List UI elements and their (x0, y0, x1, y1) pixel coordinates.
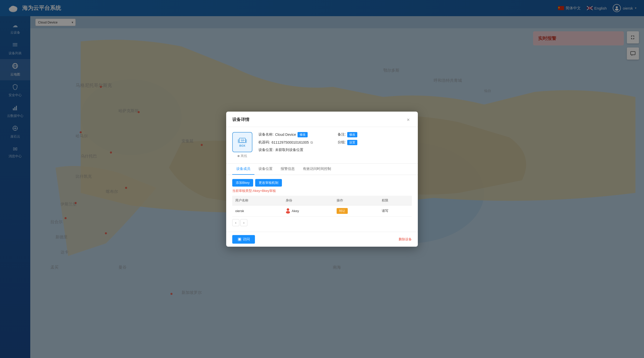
members-table-body: oiersk Akey (232, 205, 412, 216)
add-bkey-btn[interactable]: 添加Bkey (232, 179, 253, 187)
device-location-label: 设备位置: (258, 148, 274, 152)
table-row: oiersk Akey (232, 205, 412, 216)
col-username: 用户名称 (232, 196, 283, 206)
device-location-value: 未获取到设备位置 (275, 148, 303, 152)
tab-location[interactable]: 设备位置 (254, 164, 277, 175)
tab-members[interactable]: 设备成员 (232, 164, 254, 175)
modal-footer: 访问 删除设备 (226, 232, 418, 247)
identity-cell: Akey (286, 208, 331, 214)
username-value: oiersk (235, 209, 244, 213)
device-detail-modal: 设备详情 × BOX BOX (226, 112, 418, 247)
cell-permission: 读写 (379, 205, 412, 216)
machine-code-value: 6111297500010161005 (272, 140, 309, 144)
device-fields: 设备名称: Cloud Device 修改 备注: 修改 机器码: 611129… (258, 132, 412, 152)
cell-username: oiersk (232, 205, 283, 216)
prev-page-btn[interactable]: ‹ (232, 219, 239, 226)
device-box-label: BOX (239, 144, 245, 147)
device-group-label: 分组: (338, 140, 346, 145)
cell-identity: Akey (283, 205, 334, 216)
col-permission: 权限 (379, 196, 412, 206)
person-icon (286, 208, 290, 214)
device-name-row: 设备名称: Cloud Device 修改 (258, 132, 333, 137)
cell-action: 转让 (334, 205, 379, 216)
table-header-row: 用户名称 身份 操作 权限 (232, 196, 412, 206)
device-icon-area: BOX BOX 离线 (232, 132, 252, 158)
identity-value: Akey (292, 209, 299, 213)
col-action: 操作 (334, 196, 379, 206)
delete-device-btn[interactable]: 删除设备 (399, 237, 412, 242)
permission-value: 读写 (382, 209, 388, 213)
tab-access-time-label: 有效访问时间控制 (303, 167, 331, 171)
tab-members-label: 设备成员 (236, 167, 250, 171)
prev-icon: ‹ (235, 221, 237, 225)
copy-icon[interactable]: ⧉ (310, 140, 313, 145)
members-table-head: 用户名称 身份 操作 权限 (232, 196, 412, 206)
device-name-edit-btn[interactable]: 修改 (298, 132, 308, 137)
machine-code-row: 机器码: 6111297500010161005 ⧉ (258, 140, 333, 145)
tab-location-label: 设备位置 (258, 167, 273, 171)
pagination: ‹ › (232, 217, 412, 229)
next-page-btn[interactable]: › (240, 219, 247, 226)
status-dot-icon (238, 155, 240, 157)
modal-header: 设备详情 × (226, 112, 418, 127)
next-icon: › (243, 221, 245, 225)
access-btn[interactable]: 访问 (232, 235, 255, 244)
col-identity: 身份 (283, 196, 334, 206)
access-btn-label: 访问 (243, 237, 250, 242)
tab-alerts-label: 报警信息 (281, 167, 295, 171)
tab-access-time[interactable]: 有效访问时间控制 (299, 164, 335, 175)
members-table-scroll: 用户名称 身份 操作 权限 oiersk (232, 196, 412, 217)
modal-title: 设备详情 (232, 117, 249, 122)
device-note-edit-btn[interactable]: 修改 (347, 132, 357, 137)
svg-rect-73 (239, 238, 241, 240)
svg-point-70 (287, 208, 289, 211)
members-table: 用户名称 身份 操作 权限 oiersk (232, 196, 412, 217)
device-location-row: 设备位置: 未获取到设备位置 (258, 148, 333, 152)
device-status-label: 离线 (241, 154, 247, 158)
modal-overlay: 设备详情 × BOX BOX (0, 0, 644, 358)
machine-code-label: 机器码: (258, 140, 270, 145)
device-group-set-btn[interactable]: 设置 (347, 140, 357, 145)
device-group-row: 分组: 设置 (338, 140, 412, 145)
device-note-row: 备注: 修改 (338, 132, 412, 137)
change-audit-btn[interactable]: 更改审核机制 (255, 179, 282, 187)
device-note-label: 备注: (338, 132, 346, 137)
tab-alerts[interactable]: 报警信息 (277, 164, 299, 175)
tab-content-members: 添加Bkey 更改审核机制 当前审核类型:Akey+Bkey审核 用户名称 身份… (226, 175, 418, 232)
device-name-label: 设备名称: (258, 132, 274, 137)
device-status: 离线 (238, 154, 247, 158)
access-btn-icon (237, 237, 242, 242)
modal-close-btn[interactable]: × (405, 116, 412, 123)
device-name-value: Cloud Device (275, 133, 296, 137)
transfer-btn[interactable]: 转让 (337, 208, 348, 214)
audit-type-text: 当前审核类型:Akey+Bkey审核 (232, 189, 412, 193)
modal-tabs: 设备成员 设备位置 报警信息 有效访问时间控制 (226, 164, 418, 175)
svg-text:BOX: BOX (241, 140, 245, 141)
device-box-icon: BOX BOX (232, 132, 252, 152)
svg-point-71 (286, 211, 290, 214)
action-buttons: 添加Bkey 更改审核机制 (232, 179, 412, 187)
device-info-section: BOX BOX 离线 设备名称: Cloud Device 修改 (226, 127, 418, 164)
